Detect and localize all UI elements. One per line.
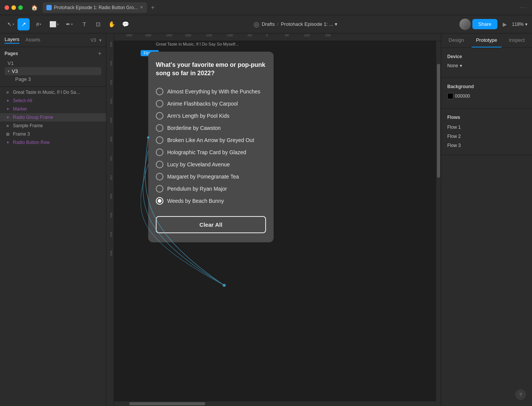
device-value[interactable]: None ▾ [447, 63, 462, 68]
avatar[interactable] [459, 19, 471, 30]
panel-chevron-icon: ▾ [99, 38, 101, 43]
layer-radio-button-row[interactable]: ✦ Radio Button Row [0, 138, 106, 147]
text-icon: T [82, 21, 86, 27]
pen-arrow: ▾ [71, 22, 73, 26]
main-layout: Layers Assets V3 ▾ Pages + V1 ▾ V3 Page … [0, 33, 532, 406]
component-icon: ⊡ [96, 21, 101, 28]
toolbar-center: ◎ Drafts / Protohack Episode 1: ... ▾ [133, 20, 458, 28]
flows-list: Flow 1 Flow 2 Flow 3 [447, 124, 526, 149]
pages-add-icon[interactable]: + [98, 50, 101, 57]
clear-all-button[interactable]: Clear All [156, 216, 266, 233]
page-label-v1: V1 [8, 60, 14, 66]
comment-tool-btn[interactable]: 💬 [119, 18, 131, 30]
tab-prototype[interactable]: Prototype [472, 33, 502, 47]
background-section: Background 000000 [441, 78, 532, 109]
layer-marker[interactable]: ✦ Marker [0, 105, 106, 113]
radio-circle-9[interactable] [156, 197, 163, 205]
tab-close-icon[interactable]: ✕ [140, 5, 143, 10]
play-button[interactable]: ▶ [499, 19, 510, 30]
radio-label-3: Borderline by Cawston [167, 125, 221, 131]
layer-frame-3[interactable]: ⊞ Frame 3 [0, 130, 106, 138]
flow-item-2[interactable]: Flow 2 [447, 133, 526, 140]
panel-version[interactable]: V3 ▾ [90, 38, 101, 43]
tab-add-icon[interactable]: + [149, 4, 157, 11]
radio-circle-0[interactable] [156, 88, 163, 95]
radio-option-9[interactable]: Weeds by Beach Bunny [156, 195, 266, 207]
page-3[interactable]: Page 3 [5, 75, 101, 83]
select-tool-btn[interactable]: ↗ [17, 18, 30, 30]
maximize-traffic-light[interactable] [18, 5, 23, 10]
more-options-icon[interactable]: ··· [520, 4, 527, 11]
page-v1[interactable]: V1 [5, 59, 101, 67]
radio-label-8: Pendulum by Ryan Major [167, 186, 227, 192]
canvas-vertical-scrollbar-thumb[interactable] [437, 64, 440, 178]
flow-item-3[interactable]: Flow 3 [447, 142, 526, 149]
move-arrow: ▾ [13, 22, 14, 26]
layer-name-sample: Sample Frame [13, 123, 101, 128]
radio-option-7[interactable]: Margaret by Pomegranate Tea [156, 171, 266, 183]
tool-group-select: ↖ ▾ ↗ [5, 18, 30, 30]
component-icon-radio-row: ✦ [5, 140, 11, 145]
layer-great-taste[interactable]: ≡ Great Taste in Music, If I Do Say S... [0, 88, 106, 96]
tab-design[interactable]: Design [441, 33, 472, 47]
radio-option-3[interactable]: Borderline by Cawston [156, 122, 266, 134]
radio-option-0[interactable]: Almost Everything by With the Punches [156, 85, 266, 98]
home-icon[interactable]: 🏠 [29, 2, 40, 13]
layer-radio-group-frame[interactable]: ✦ Radio Group Frame [0, 113, 106, 122]
radio-circle-8[interactable] [156, 185, 163, 193]
component-tool-btn[interactable]: ⊡ [92, 18, 104, 30]
text-tool-btn[interactable]: T [78, 18, 90, 30]
radio-option-4[interactable]: Broken Like An Arrow by Greyed Out [156, 134, 266, 146]
share-button[interactable]: Share [472, 19, 498, 29]
minimize-traffic-light[interactable] [11, 5, 16, 10]
radio-circle-3[interactable] [156, 124, 163, 132]
help-button[interactable]: ? [515, 389, 526, 400]
move-tool-btn[interactable]: ↖ ▾ [5, 18, 17, 30]
radio-circle-4[interactable] [156, 136, 163, 144]
avatar-image [459, 19, 471, 30]
radio-option-1[interactable]: Anime Flashbacks by Carpool [156, 98, 266, 110]
tab-inspect[interactable]: Inspect [502, 33, 532, 47]
radio-circle-6[interactable] [156, 161, 163, 168]
canvas-vertical-scrollbar[interactable] [436, 41, 441, 406]
radio-option-5[interactable]: Holographic Trap Card by Glazed [156, 146, 266, 158]
radio-label-1: Anime Flashbacks by Carpool [167, 101, 238, 107]
pen-tool-btn[interactable]: ✒ ▾ [63, 18, 75, 30]
tab-assets[interactable]: Assets [25, 37, 40, 43]
radio-circle-5[interactable] [156, 148, 163, 156]
radio-option-2[interactable]: Arm's Length by Pool Kids [156, 110, 266, 122]
active-tab[interactable]: Protohack Episode 1: Radio Button Gro...… [43, 2, 147, 13]
layer-name-frame-3: Frame 3 [13, 131, 101, 137]
frame-icon-sample: ≡ [5, 123, 11, 128]
radio-circle-7[interactable] [156, 173, 163, 180]
traffic-lights [5, 5, 23, 10]
radio-option-6[interactable]: Lucy by Cleveland Avenue [156, 158, 266, 171]
select-icon: ↗ [21, 21, 26, 28]
close-traffic-light[interactable] [5, 5, 9, 10]
background-color-swatch[interactable] [447, 93, 453, 99]
frame-icon-3: ⊞ [5, 132, 11, 137]
background-color-hex: 000000 [455, 93, 470, 99]
canvas-horizontal-scrollbar[interactable] [114, 401, 436, 406]
page-v3[interactable]: ▾ V3 [5, 67, 101, 75]
canvas-horizontal-scrollbar-thumb[interactable] [129, 402, 205, 405]
background-value[interactable]: 000000 [447, 93, 470, 99]
frame-tool-btn[interactable]: # ▾ [33, 18, 45, 30]
hand-tool-btn[interactable]: ✋ [106, 18, 118, 30]
flow-item-1[interactable]: Flow 1 [447, 124, 526, 131]
breadcrumb-file[interactable]: Protohack Episode 1: ... ▾ [281, 21, 337, 27]
radio-circle-1[interactable] [156, 100, 163, 107]
background-row: 000000 [447, 93, 526, 99]
zoom-control[interactable]: 118% ▾ [512, 22, 527, 27]
shape-tool-btn[interactable]: ⬜ ▾ [48, 18, 60, 30]
layer-sample-frame[interactable]: ≡ Sample Frame [0, 122, 106, 130]
zoom-level: 118% [512, 22, 524, 27]
hand-icon: ✋ [108, 21, 116, 28]
layer-name-radio-row: Radio Button Row [13, 140, 101, 145]
zoom-chevron-icon: ▾ [525, 22, 527, 27]
radio-circle-2[interactable] [156, 112, 163, 120]
page-label-v3: V3 [12, 68, 18, 74]
tab-layers[interactable]: Layers [5, 36, 19, 44]
layer-select-all[interactable]: ✦ Select-All [0, 96, 106, 105]
radio-option-8[interactable]: Pendulum by Ryan Major [156, 183, 266, 195]
